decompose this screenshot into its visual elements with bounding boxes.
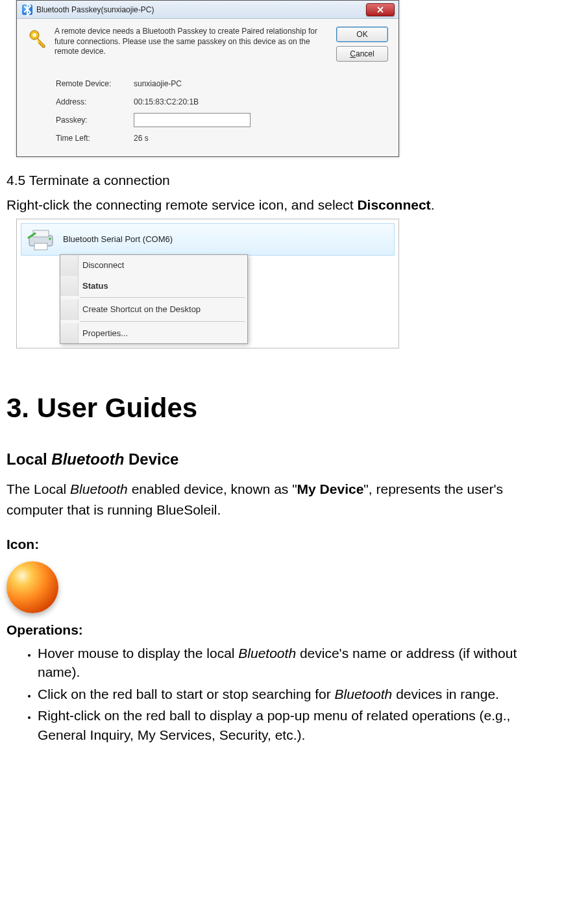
list-item: Right-click on the red ball to display a…	[38, 706, 545, 744]
menu-create-shortcut[interactable]: Create Shortcut on the Desktop	[60, 299, 247, 320]
cancel-button[interactable]: Cancel	[336, 46, 388, 62]
local-bluetooth-heading: Local Bluetooth Device	[6, 448, 558, 471]
passkey-label: Passkey:	[56, 114, 134, 126]
context-menu: Disconnect Status Create Shortcut on the…	[60, 254, 248, 344]
passkey-input[interactable]	[134, 113, 251, 127]
dialog-title: Bluetooth Passkey(sunxiaojie-PC)	[36, 4, 154, 16]
bluetooth-icon	[22, 5, 32, 15]
passkey-dialog: Bluetooth Passkey(sunxiaojie-PC) A remot…	[16, 0, 399, 157]
operations-label: Operations:	[6, 620, 558, 640]
svg-point-1	[32, 33, 36, 37]
section-4-5-heading: 4.5 Terminate a connection	[6, 170, 558, 191]
ok-button[interactable]: OK	[336, 27, 388, 42]
menu-separator	[80, 297, 245, 298]
section-4-5-body: Right-click the connecting remote servic…	[6, 195, 558, 215]
svg-rect-4	[34, 243, 47, 250]
context-menu-figure: Bluetooth Serial Port (COM6) Disconnect …	[16, 219, 399, 348]
dialog-titlebar[interactable]: Bluetooth Passkey(sunxiaojie-PC)	[17, 1, 398, 19]
my-device-orb-icon	[6, 561, 58, 613]
time-left-label: Time Left:	[56, 132, 134, 144]
section-3-heading: 3. User Guides	[6, 387, 558, 428]
list-item: Hover mouse to display the local Bluetoo…	[38, 644, 545, 682]
key-icon	[27, 28, 48, 49]
close-button[interactable]	[366, 3, 395, 16]
menu-disconnect[interactable]: Disconnect	[60, 255, 247, 276]
menu-status[interactable]: Status	[60, 276, 247, 297]
service-row[interactable]: Bluetooth Serial Port (COM6)	[21, 223, 395, 256]
remote-device-value: sunxiaojie-PC	[134, 78, 182, 90]
remote-device-label: Remote Device:	[56, 78, 134, 90]
svg-point-5	[49, 237, 51, 240]
menu-properties[interactable]: Properties...	[60, 323, 247, 344]
list-item: Click on the red ball to start or stop s…	[38, 685, 545, 703]
menu-separator	[80, 321, 245, 322]
service-row-label: Bluetooth Serial Port (COM6)	[63, 233, 173, 246]
address-value: 00:15:83:C2:20:1B	[134, 96, 199, 108]
dialog-message: A remote device needs a Bluetooth Passke…	[55, 27, 330, 62]
address-label: Address:	[56, 96, 134, 108]
operations-list: Hover mouse to display the local Bluetoo…	[18, 644, 558, 744]
printer-icon	[25, 226, 56, 252]
time-left-value: 26 s	[134, 132, 149, 144]
local-bluetooth-paragraph: The Local Bluetooth enabled device, know…	[6, 479, 558, 520]
icon-label: Icon:	[6, 534, 558, 555]
dialog-body: A remote device needs a Bluetooth Passke…	[17, 19, 398, 156]
